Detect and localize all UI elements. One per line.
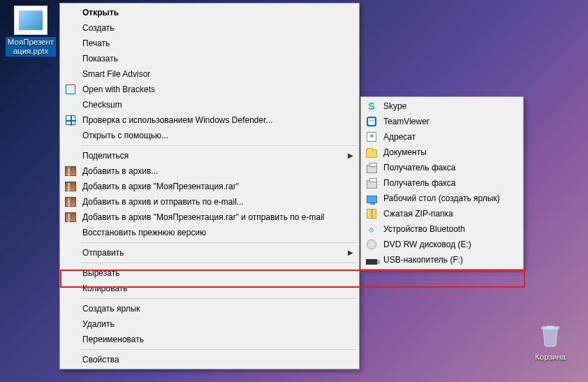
menu-item-fax1[interactable]: Получатель факса	[362, 160, 522, 175]
menu-item-label: TeamViewer	[383, 117, 429, 126]
menu-item-label: Добавить в архив...	[82, 166, 158, 176]
menu-item-cut[interactable]: Вырезать	[61, 265, 358, 281]
menu-item-label: Вырезать	[82, 268, 119, 278]
menu-item-create[interactable]: Создать	[61, 20, 358, 36]
skype-icon: S	[365, 100, 378, 112]
menu-item-checksum[interactable]: Checksum	[61, 97, 358, 112]
brackets-icon	[64, 83, 77, 96]
menu-item-bluetooth[interactable]: ⟐Устройство Bluetooth	[362, 221, 522, 237]
archive-icon	[64, 196, 77, 208]
menu-item-label: Печать	[82, 38, 110, 48]
menu-item-print[interactable]: Печать	[61, 36, 358, 51]
folder-icon	[365, 146, 378, 159]
context-menu-main: ОткрытьСоздатьПечатьПоказатьSmart File A…	[59, 3, 360, 369]
menu-item-rar3[interactable]: Добавить в архив и отправить по e-mail..…	[61, 194, 358, 210]
menu-item-label: Отправить	[82, 248, 124, 258]
menu-item-label: Свойства	[82, 355, 119, 365]
menu-item-label: Восстановить прежнюю версию	[82, 228, 206, 237]
menu-item-restore[interactable]: Восстановить прежнюю версию	[61, 225, 358, 240]
menu-item-label: Проверка с использованием Windows Defend…	[82, 115, 273, 125]
menu-item-label: Получатель факса	[383, 163, 456, 172]
menu-item-label: USB-накопитель (F:)	[383, 255, 463, 265]
menu-item-recipient[interactable]: Адресат	[362, 129, 522, 145]
menu-item-documents[interactable]: Документы	[362, 145, 522, 160]
recycle-bin-label: Корзина	[525, 352, 575, 362]
desktop-file-icon[interactable]: МояПрезентация.pptx	[6, 6, 56, 57]
menu-item-rar2[interactable]: Добавить в архив "МояПрезентация.rar"	[61, 179, 358, 194]
desktop-icon	[365, 192, 378, 205]
menu-item-rar4[interactable]: Добавить в архив "МояПрезентация.rar" и …	[61, 210, 358, 225]
submenu-arrow-icon: ▶	[348, 249, 353, 256]
menu-item-openwith[interactable]: Открыть с помощью...	[61, 128, 358, 143]
menu-item-label: Сжатая ZIP-папка	[383, 209, 453, 219]
menu-item-brackets[interactable]: Open with Brackets	[61, 82, 358, 97]
menu-item-show[interactable]: Показать	[61, 51, 358, 66]
menu-item-zip[interactable]: Сжатая ZIP-папка	[362, 206, 522, 221]
menu-item-label: Поделиться	[82, 151, 128, 161]
fax-icon	[365, 161, 378, 174]
menu-item-delete[interactable]: Удалить	[61, 316, 358, 332]
archive-icon	[64, 165, 77, 177]
usb-icon	[365, 254, 378, 266]
menu-item-label: Smart File Advisor	[82, 69, 150, 79]
menu-item-skype[interactable]: SSkype	[362, 98, 522, 114]
menu-item-label: Копировать	[82, 284, 128, 293]
fax-icon	[365, 177, 378, 189]
menu-separator	[81, 349, 357, 350]
menu-item-label: Добавить в архив "МояПрезентация.rar"	[82, 182, 239, 191]
archive-icon	[64, 211, 77, 223]
submenu-arrow-icon: ▶	[348, 152, 353, 159]
bluetooth-icon: ⟐	[365, 223, 378, 235]
menu-item-label: Рабочий стол (создать ярлык)	[383, 193, 500, 203]
contact-icon	[365, 131, 378, 143]
menu-item-label: Показать	[82, 54, 118, 64]
menu-item-label: Open with Brackets	[82, 85, 155, 94]
archive-icon	[64, 180, 77, 193]
menu-item-label: Добавить в архив и отправить по e-mail..…	[82, 197, 244, 207]
menu-item-defender[interactable]: Проверка с использованием Windows Defend…	[61, 112, 358, 128]
menu-item-teamviewer[interactable]: TeamViewer	[362, 114, 522, 129]
menu-item-label: Удалить	[82, 319, 115, 329]
menu-item-fax2[interactable]: Получатель факса	[362, 175, 522, 191]
menu-separator	[81, 298, 357, 299]
menu-item-sfa[interactable]: Smart File Advisor	[61, 66, 358, 82]
dvd-icon	[365, 238, 378, 251]
menu-item-label: Адресат	[383, 132, 416, 142]
defender-icon	[64, 114, 77, 126]
menu-item-label: Добавить в архив "МояПрезентация.rar" и …	[82, 212, 324, 222]
menu-item-label: Переименовать	[82, 335, 144, 344]
menu-item-label: Создать ярлык	[82, 304, 140, 314]
zip-icon	[365, 207, 378, 220]
menu-item-dvd[interactable]: DVD RW дисковод (E:)	[362, 237, 522, 252]
menu-item-label: Skype	[383, 101, 406, 111]
menu-item-shortcut[interactable]: Создать ярлык	[61, 301, 358, 316]
context-menu-sendto: SSkypeTeamViewerАдресатДокументыПолучате…	[360, 96, 524, 270]
menu-item-rar1[interactable]: Добавить в архив...	[61, 163, 358, 179]
recycle-bin[interactable]: Корзина	[525, 321, 575, 362]
pptx-icon	[14, 6, 47, 35]
menu-item-props[interactable]: Свойства	[61, 352, 358, 367]
menu-item-label: Открыть	[82, 8, 119, 17]
menu-item-label: Документы	[383, 147, 427, 157]
menu-item-usb[interactable]: USB-накопитель (F:)	[362, 252, 522, 267]
menu-separator	[81, 242, 357, 243]
menu-item-desktoplnk[interactable]: Рабочий стол (создать ярлык)	[362, 191, 522, 206]
trash-icon	[534, 321, 567, 350]
menu-item-open[interactable]: Открыть	[61, 5, 358, 20]
desktop-file-label: МояПрезентация.pptx	[6, 37, 56, 57]
menu-item-copy[interactable]: Копировать	[61, 281, 358, 296]
menu-item-label: Открыть с помощью...	[82, 131, 168, 140]
menu-item-label: Checksum	[82, 100, 122, 110]
menu-item-label: DVD RW дисковод (E:)	[383, 240, 471, 249]
menu-separator	[81, 263, 357, 263]
menu-item-rename[interactable]: Переименовать	[61, 332, 358, 347]
menu-item-label: Создать	[82, 23, 115, 33]
menu-item-share[interactable]: Поделиться▶	[61, 148, 358, 163]
menu-separator	[81, 145, 357, 146]
menu-item-label: Получатель факса	[383, 178, 456, 188]
menu-item-sendto[interactable]: Отправить▶	[61, 245, 358, 260]
menu-item-label: Устройство Bluetooth	[383, 224, 465, 234]
teamviewer-icon	[365, 115, 378, 128]
